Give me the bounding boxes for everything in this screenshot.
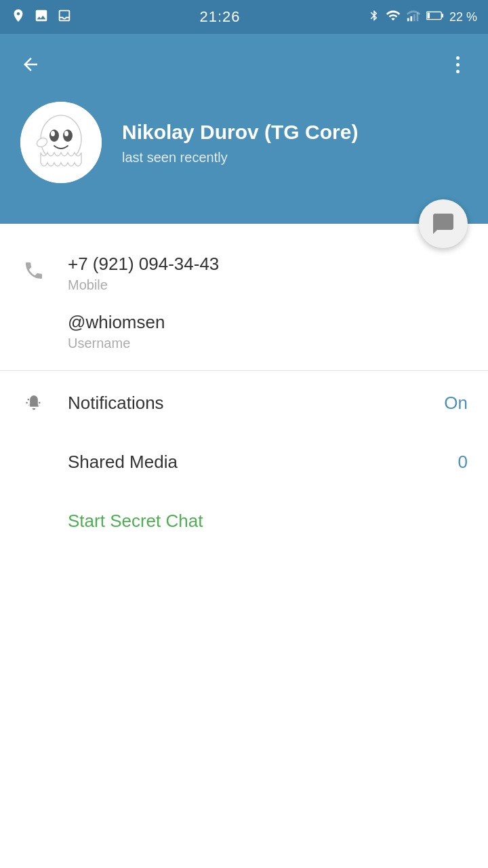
svg-rect-6: [427, 13, 430, 18]
phone-row: +7 (921) 094-34-43 Mobile: [0, 237, 488, 309]
notifications-icon: [20, 390, 47, 417]
svg-rect-0: [407, 18, 409, 22]
profile-info: Nikolay Durov (TG Core) last seen recent…: [122, 120, 468, 165]
status-bar-right: 22 %: [368, 8, 477, 26]
profile-status: last seen recently: [122, 150, 468, 165]
shared-media-row[interactable]: Shared Media 0: [0, 433, 488, 492]
secret-chat-label: Start Secret Chat: [68, 511, 203, 531]
notifications-row-wrapper: Notifications On: [0, 374, 488, 433]
notifications-label: Notifications: [68, 393, 164, 414]
svg-point-9: [49, 130, 59, 142]
svg-point-11: [51, 131, 55, 136]
dot2: [456, 63, 460, 66]
avatar: [20, 102, 102, 183]
shared-media-label: Shared Media: [68, 452, 178, 473]
svg-point-10: [63, 130, 73, 142]
divider-1: [0, 370, 488, 371]
battery-percent: 22 %: [449, 10, 477, 24]
svg-rect-1: [410, 16, 412, 21]
status-bar: 21:26 22 %: [0, 0, 488, 34]
svg-rect-2: [413, 14, 415, 21]
phone-label: Mobile: [68, 277, 468, 293]
notifications-row[interactable]: Notifications On: [0, 374, 488, 433]
profile-name: Nikolay Durov (TG Core): [122, 120, 468, 144]
username-label: Username: [68, 336, 468, 351]
dot1: [456, 56, 460, 60]
notifications-value: On: [444, 393, 468, 414]
wifi-icon: [386, 8, 401, 26]
username-row: @whiomsen Username: [0, 309, 488, 368]
content-area: +7 (921) 094-34-43 Mobile @whiomsen User…: [0, 224, 488, 551]
phone-icon: [20, 254, 47, 288]
more-button[interactable]: [441, 47, 474, 81]
bluetooth-icon: [368, 8, 380, 26]
battery-icon: [426, 9, 444, 25]
shared-media-row-wrapper: Shared Media 0: [0, 433, 488, 492]
phone-info: +7 (921) 094-34-43 Mobile: [68, 254, 468, 293]
signal-icon: [406, 8, 421, 26]
username-value: @whiomsen: [68, 312, 468, 333]
nav-bar: [0, 34, 488, 95]
back-button[interactable]: [14, 47, 47, 81]
message-fab-button[interactable]: [419, 199, 468, 248]
svg-rect-3: [417, 12, 419, 21]
status-bar-time: 21:26: [199, 8, 240, 26]
profile-header: Nikolay Durov (TG Core) last seen recent…: [0, 95, 488, 224]
shared-media-value: 0: [458, 452, 468, 473]
inbox-icon: [57, 8, 72, 26]
location-icon: [11, 8, 26, 26]
phone-number: +7 (921) 094-34-43: [68, 254, 468, 275]
svg-point-12: [64, 131, 68, 136]
secret-chat-row[interactable]: Start Secret Chat: [0, 492, 488, 551]
svg-rect-5: [442, 14, 443, 18]
status-bar-left: [11, 8, 72, 26]
username-info: @whiomsen Username: [68, 312, 468, 351]
image-icon: [34, 8, 49, 26]
dot3: [456, 70, 460, 73]
